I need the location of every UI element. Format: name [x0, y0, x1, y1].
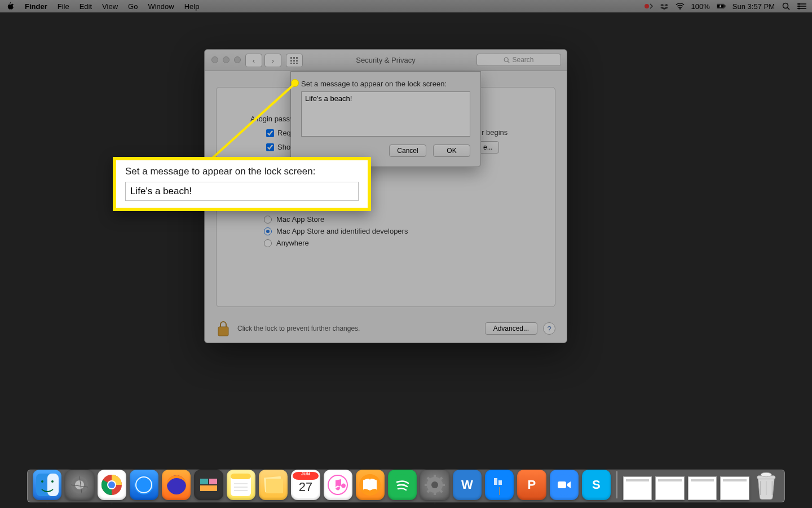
svg-point-22 [505, 58, 509, 62]
dock-app-skype[interactable]: S [582, 470, 611, 500]
menubar: Finder File Edit View Go Window Help 100… [0, 0, 812, 12]
svg-line-66 [439, 478, 442, 480]
svg-rect-42 [200, 479, 208, 484]
svg-point-37 [136, 478, 151, 492]
right-text-fragment: r begins [482, 128, 508, 137]
dock-app-chrome[interactable] [98, 470, 126, 500]
zoom-callout-input [125, 182, 359, 201]
dock-minimized-window-3[interactable] [688, 476, 717, 500]
svg-rect-70 [498, 480, 502, 485]
search-icon [504, 57, 510, 63]
dock-separator [616, 471, 617, 498]
svg-rect-73 [558, 481, 566, 488]
dock-app-calendar[interactable]: JUN 27 [291, 470, 320, 500]
svg-point-59 [431, 481, 438, 488]
toolbar-search-field[interactable]: Search [476, 54, 561, 66]
menubar-item-edit[interactable]: Edit [80, 2, 92, 11]
dock-app-safari[interactable] [130, 470, 158, 500]
notification-center-icon[interactable] [797, 2, 806, 10]
radio-identified-developers-label: Mac App Store and identified developers [276, 227, 408, 235]
battery-icon[interactable] [717, 2, 726, 10]
battery-percentage[interactable]: 100% [691, 2, 710, 11]
radio-icon [264, 239, 272, 247]
radio-icon [264, 216, 272, 224]
svg-rect-24 [218, 327, 228, 336]
radio-anywhere[interactable]: Anywhere [264, 239, 537, 247]
svg-point-75 [761, 472, 771, 477]
spotlight-icon[interactable] [782, 2, 791, 10]
dock-app-spotify[interactable] [388, 470, 417, 500]
status-dropbox-icon[interactable] [660, 2, 669, 10]
svg-point-29 [51, 480, 54, 483]
dock-app-stickies[interactable] [259, 470, 288, 500]
svg-line-65 [439, 489, 442, 492]
menubar-item-view[interactable]: View [102, 2, 118, 11]
menubar-item-window[interactable]: Window [148, 2, 174, 11]
dock-minimized-window-4[interactable] [720, 476, 749, 500]
zoom-callout-label: Set a message to appear on the lock scre… [125, 166, 359, 177]
cancel-button[interactable]: Cancel [389, 144, 426, 157]
callout-anchor-dot [291, 79, 299, 87]
advanced-button[interactable]: Advanced... [485, 322, 537, 335]
dock-app-keynote[interactable] [485, 470, 514, 500]
svg-rect-27 [47, 474, 59, 496]
svg-point-0 [645, 4, 649, 8]
radio-mac-app-store-label: Mac App Store [276, 215, 324, 224]
radio-identified-developers[interactable]: Mac App Store and identified developers [264, 227, 537, 235]
svg-rect-44 [200, 485, 217, 491]
wifi-icon[interactable] [676, 2, 685, 10]
svg-point-28 [41, 480, 43, 483]
svg-point-11 [798, 6, 800, 7]
svg-point-10 [798, 3, 800, 5]
lock-message-textarea[interactable] [301, 91, 470, 137]
ok-button[interactable]: OK [433, 144, 470, 157]
svg-rect-46 [231, 474, 251, 479]
dock-app-launchpad[interactable] [65, 470, 94, 500]
apple-menu-icon[interactable] [6, 2, 15, 10]
radio-anywhere-label: Anywhere [276, 239, 309, 247]
window-titlebar[interactable]: ‹ › Security & Privacy Search [205, 50, 567, 71]
dock-app-itunes[interactable] [324, 470, 352, 500]
menubar-item-go[interactable]: Go [128, 2, 138, 11]
dock-app-finder[interactable] [33, 470, 61, 500]
svg-point-5 [783, 3, 788, 8]
calendar-month: JUN [301, 471, 310, 476]
svg-point-31 [75, 480, 84, 489]
sheet-label: Set a message to appear on the lock scre… [301, 80, 470, 88]
dock-app-firefox[interactable] [162, 470, 191, 500]
dock-app-system-preferences[interactable] [420, 470, 449, 500]
zoom-callout: Set a message to appear on the lock scre… [113, 157, 371, 211]
require-password-checkbox-input[interactable] [266, 129, 274, 137]
dock-app-screenshot[interactable] [194, 470, 223, 500]
dock-minimized-window-2[interactable] [655, 476, 684, 500]
menubar-app-name[interactable]: Finder [25, 2, 47, 11]
lock-hint-text: Click the lock to prevent further change… [237, 325, 360, 332]
status-sync-icon[interactable] [644, 2, 653, 10]
dock-app-ibooks[interactable] [356, 470, 385, 500]
help-button[interactable]: ? [543, 322, 555, 335]
menubar-item-file[interactable]: File [58, 2, 69, 11]
svg-rect-4 [725, 5, 725, 7]
radio-mac-app-store[interactable]: Mac App Store [264, 215, 537, 224]
svg-line-6 [788, 8, 790, 10]
svg-line-67 [427, 489, 430, 492]
menubar-clock[interactable]: Sun 3:57 PM [732, 2, 775, 11]
svg-point-12 [798, 8, 800, 10]
dock-app-notes[interactable] [227, 470, 255, 500]
svg-rect-43 [209, 479, 217, 484]
dock-minimized-window-1[interactable] [623, 476, 652, 500]
lock-icon[interactable] [216, 320, 231, 337]
dock-app-word[interactable]: W [453, 470, 482, 500]
svg-rect-51 [266, 479, 283, 493]
svg-line-23 [508, 61, 510, 63]
svg-point-34 [108, 481, 115, 488]
dock-app-zoom[interactable] [550, 470, 579, 500]
show-message-checkbox-input[interactable] [266, 143, 274, 151]
lock-message-sheet: Set a message to appear on the lock scre… [290, 71, 481, 167]
svg-rect-69 [494, 478, 497, 485]
dock-app-powerpoint[interactable]: P [517, 470, 546, 500]
dock-trash[interactable] [753, 470, 779, 500]
menubar-item-help[interactable]: Help [184, 2, 200, 11]
svg-point-1 [679, 8, 680, 9]
calendar-day: 27 [299, 480, 312, 494]
